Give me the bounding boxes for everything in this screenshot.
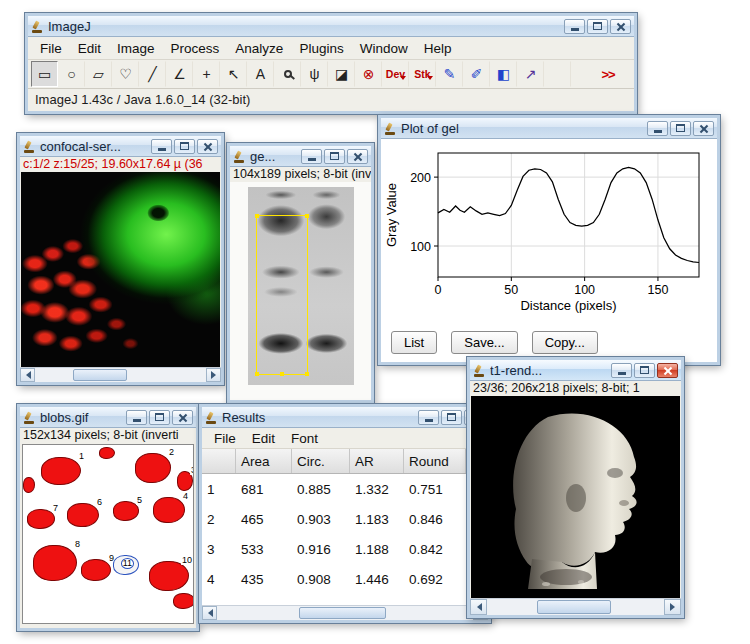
scroll-left-button[interactable] <box>202 606 217 620</box>
confocal-image[interactable] <box>21 172 220 367</box>
circle-x-tool[interactable]: ⊗ <box>355 61 382 87</box>
image-info: 152x134 pixels; 8-bit (inverti <box>20 428 196 443</box>
maximize-button[interactable] <box>174 139 195 154</box>
menu-image[interactable]: Image <box>109 39 163 58</box>
minimize-button[interactable] <box>151 139 172 154</box>
maximize-button[interactable] <box>441 410 462 425</box>
maximize-button[interactable] <box>634 363 655 378</box>
menu-window[interactable]: Window <box>352 39 416 58</box>
blob-label: 1 <box>78 452 85 461</box>
table-cell: 0.885 <box>292 482 350 497</box>
titlebar[interactable]: confocal-ser... <box>20 136 221 157</box>
roi-handle[interactable] <box>255 372 259 376</box>
maximize-button[interactable] <box>149 410 170 425</box>
menu-font[interactable]: Font <box>283 429 326 448</box>
angle-tool[interactable]: ∠ <box>166 61 193 87</box>
polygon-tool[interactable]: ▱ <box>85 61 112 87</box>
scroll-right-button[interactable] <box>664 599 681 615</box>
maximize-button[interactable] <box>324 149 345 164</box>
flood-fill-tool[interactable]: ◧ <box>490 61 517 87</box>
freehand-tool[interactable]: ♡ <box>112 61 139 87</box>
menu-analyze[interactable]: Analyze <box>227 39 291 58</box>
oval-tool[interactable]: ○ <box>58 61 85 87</box>
menu-file[interactable]: File <box>206 429 244 448</box>
close-button[interactable] <box>657 363 678 378</box>
rectangle-tool[interactable]: ▭ <box>31 61 58 87</box>
scroll-right-button[interactable] <box>206 368 221 382</box>
roi-handle[interactable] <box>255 214 259 218</box>
close-button[interactable] <box>172 410 193 425</box>
dev-menu-tool[interactable]: Dev <box>382 61 409 87</box>
close-icon <box>663 366 672 375</box>
pencil-tool[interactable]: ✎ <box>436 61 463 87</box>
blob-label: 6 <box>96 498 103 507</box>
scrollbar-thumb[interactable] <box>537 600 611 614</box>
spare-tool[interactable] <box>544 61 571 87</box>
selection-rectangle[interactable] <box>256 215 308 375</box>
table-row[interactable]: 44350.9081.4460.6920 <box>202 564 488 594</box>
hand-tool[interactable]: ψ <box>301 61 328 87</box>
minimize-button[interactable] <box>647 121 668 136</box>
t1-image[interactable] <box>471 396 680 598</box>
roi-handle[interactable] <box>305 214 309 218</box>
minimize-button[interactable] <box>126 410 147 425</box>
point-tool[interactable]: + <box>193 61 220 87</box>
close-button[interactable] <box>693 121 714 136</box>
arrow-tool[interactable]: ↗ <box>517 61 544 87</box>
minimize-button[interactable] <box>611 363 632 378</box>
list-button[interactable]: List <box>391 331 437 354</box>
close-button[interactable] <box>197 139 218 154</box>
minimize-button[interactable] <box>301 149 322 164</box>
menu-plugins[interactable]: Plugins <box>291 39 351 58</box>
menu-file[interactable]: File <box>32 39 70 58</box>
brush-tool[interactable]: ✐ <box>463 61 490 87</box>
maximize-button[interactable] <box>670 121 691 136</box>
gel-image[interactable] <box>248 187 354 385</box>
horizontal-scrollbar[interactable] <box>470 598 681 615</box>
line-tool[interactable]: ╱ <box>139 61 166 87</box>
horizontal-scrollbar[interactable] <box>202 605 488 620</box>
maximize-icon <box>593 22 602 30</box>
close-button[interactable] <box>610 19 631 34</box>
dev-menu-tool-icon: Dev <box>386 68 405 80</box>
titlebar[interactable]: t1-rend... <box>470 360 681 381</box>
roi-handle[interactable] <box>305 372 309 376</box>
titlebar[interactable]: ge... <box>230 146 371 167</box>
zoom-tool[interactable] <box>274 61 301 87</box>
table-cell: 0.916 <box>292 542 350 557</box>
titlebar[interactable]: blobs.gif <box>20 407 196 428</box>
minimize-button[interactable] <box>418 410 439 425</box>
save-button[interactable]: Save... <box>451 331 517 354</box>
scrollbar-thumb[interactable] <box>73 369 128 381</box>
wand-tool[interactable]: ↖ <box>220 61 247 87</box>
titlebar[interactable]: Plot of gel <box>381 118 717 139</box>
close-button[interactable] <box>347 149 368 164</box>
scrollbar-track[interactable] <box>217 606 473 620</box>
stk-menu-tool[interactable]: Stk <box>409 61 436 87</box>
maximize-button[interactable] <box>587 19 608 34</box>
scrollbar-thumb[interactable] <box>299 607 386 619</box>
table-row[interactable]: 16810.8851.3320.7510 <box>202 474 488 504</box>
scrollbar-track[interactable] <box>35 368 206 382</box>
minimize-button[interactable] <box>564 19 585 34</box>
titlebar[interactable]: Results <box>202 407 488 428</box>
menu-edit[interactable]: Edit <box>244 429 283 448</box>
color-picker-tool[interactable]: ◪ <box>328 61 355 87</box>
copy-button[interactable]: Copy... <box>532 331 598 354</box>
menu-edit[interactable]: Edit <box>70 39 109 58</box>
table-row[interactable]: 35330.9161.1880.8420 <box>202 534 488 564</box>
blobs-image[interactable]: 1234567891110 <box>22 444 194 624</box>
roi-handle[interactable] <box>280 372 284 376</box>
scrollbar-track[interactable] <box>487 599 664 615</box>
horizontal-scrollbar[interactable] <box>20 367 221 382</box>
blob <box>173 593 194 609</box>
window-title: blobs.gif <box>40 410 122 425</box>
titlebar[interactable]: ImageJ <box>28 16 634 37</box>
menu-process[interactable]: Process <box>163 39 228 58</box>
menu-help[interactable]: Help <box>416 39 460 58</box>
table-row[interactable]: 24650.9031.1830.8460 <box>202 504 488 534</box>
more-tools[interactable]: >> <box>594 61 621 87</box>
text-tool[interactable]: A <box>247 61 274 87</box>
scroll-left-button[interactable] <box>20 368 35 382</box>
scroll-left-button[interactable] <box>470 599 487 615</box>
